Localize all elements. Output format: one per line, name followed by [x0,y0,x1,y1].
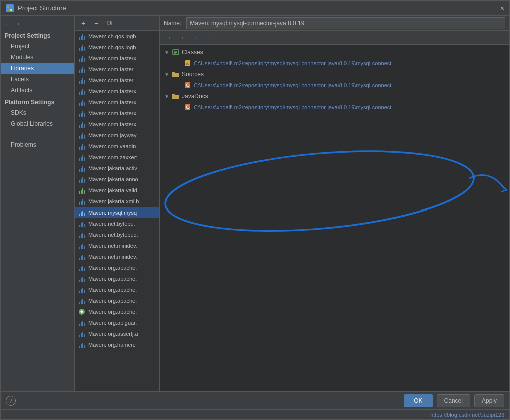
maven-icon [78,153,86,161]
maven-icon [78,231,86,239]
sidebar-item-artifacts[interactable]: Artifacts [1,85,74,96]
javadocs-tree-node[interactable]: ▼ JavaDocs [160,91,509,102]
list-item[interactable]: Maven: com.faster. [75,64,159,75]
list-item[interactable]: Maven: org.assertj.a [75,328,159,339]
list-item[interactable]: Maven: net.bytebu. [75,218,159,229]
detail-panel-wrapper: Name: Maven: mysql:mysql-connector-java:… [160,16,509,391]
sidebar-item-problems[interactable]: Problems [1,139,74,150]
sources-tree-node[interactable]: ▼ Sources [160,69,509,80]
library-name: Maven: net.bytebud. [88,232,138,238]
sidebar-item-global-libraries[interactable]: Global Libraries [1,118,74,129]
add-javadoc-button[interactable]: + [190,32,201,43]
javadocs-path-item[interactable]: ▼ C:\Users\xhdell\.m2\repository\mysql\m… [160,102,509,113]
list-item-selected[interactable]: Maven: mysql:mysq [75,207,159,218]
add-library-button[interactable]: + [78,18,89,29]
list-item[interactable]: Maven: org.apache. [75,273,159,284]
library-name: Maven: com.fasterx [88,121,136,127]
expand-javadocs-toggle[interactable]: ▼ [164,94,170,99]
classes-path-item[interactable]: ▼ JAR C:\Users\xhdell\.m2\repository\mys… [160,58,509,69]
library-name: Maven: jakarta.valid [88,187,137,193]
list-item[interactable]: Maven: net.bytebud. [75,229,159,240]
library-name: Maven: com.fasterx [88,99,136,105]
sidebar-item-facets[interactable]: Facets [1,74,74,85]
list-item[interactable]: Maven: org.apache. [75,295,159,306]
library-name: Maven: com.faster. [88,77,135,83]
maven-icon [78,32,86,40]
library-name: Maven: org.apiguar. [88,320,137,326]
forward-button[interactable]: → [14,20,21,28]
close-button[interactable]: × [500,4,504,12]
list-item[interactable]: Maven: jakarta.valid [75,185,159,196]
help-button[interactable]: ? [6,396,16,406]
back-button[interactable]: ← [5,20,12,28]
sidebar-item-label: SDKs [11,109,26,116]
remove-library-button[interactable]: − [91,18,102,29]
list-item[interactable]: Maven: org.apache. [75,262,159,273]
maven-icon [78,142,86,150]
list-item[interactable]: Maven: com.vaadin. [75,141,159,152]
library-name: Maven: jakarta.activ [88,165,137,171]
spacer: ▼ [164,61,170,66]
library-name: Maven: com.fasterx [88,110,136,116]
maven-icon [78,76,86,84]
add-source-button[interactable]: + [177,32,188,43]
apply-button[interactable]: Apply [474,394,504,407]
library-name: Maven: net.bytebu. [88,221,135,227]
list-item[interactable]: Maven: net.minidev. [75,240,159,251]
list-item[interactable]: Maven: jakarta.xml.b [75,196,159,207]
list-item[interactable]: Maven: com.fasterx [75,119,159,130]
name-label: Name: [164,20,181,27]
copy-library-button[interactable]: ⧉ [104,18,115,29]
bottom-right: OK Cancel Apply [404,394,504,407]
sidebar-item-label: Project [11,43,29,50]
sidebar-item-libraries[interactable]: Libraries [1,63,74,74]
classes-tree-node[interactable]: ▼ Classes [160,47,509,58]
maven-icon [78,109,86,117]
sources-path-item[interactable]: ▼ C:\Users\xhdell\.m2\repository\mysql\m… [160,80,509,91]
list-item[interactable]: Maven: com.jayway. [75,130,159,141]
cancel-button[interactable]: Cancel [437,394,470,407]
maven-icon [78,131,86,139]
bottom-bar: ? OK Cancel Apply [1,391,509,409]
sidebar-item-modules[interactable]: Modules [1,52,74,63]
list-item[interactable]: Maven: com.fasterx [75,86,159,97]
list-item[interactable]: Maven: com.fasterx [75,97,159,108]
expand-sources-toggle[interactable]: ▼ [164,72,170,77]
library-name: Maven: org.assertj.a [88,331,138,337]
svg-text:JAR: JAR [186,62,191,65]
list-item[interactable]: Maven: com.fasterx [75,108,159,119]
library-name: Maven: org.apache. [88,298,137,304]
expand-classes-toggle[interactable]: ▼ [164,50,170,55]
maven-icon [78,297,86,305]
maven-icon [78,197,86,205]
remove-entry-button[interactable]: − [203,32,214,43]
add-class-button[interactable]: + [164,32,175,43]
list-item[interactable]: Maven: ch.qos.logb [75,42,159,53]
maven-icon [78,264,86,272]
list-item[interactable]: Maven: jakarta.activ [75,163,159,174]
maven-icon [78,220,86,228]
list-item[interactable]: Maven: org.hamcre [75,339,159,350]
sidebar-item-sdks[interactable]: SDKs [1,107,74,118]
svg-rect-2 [7,9,9,11]
javadocs-label: JavaDocs [182,93,208,100]
list-item[interactable]: Maven: com.zaxxer: [75,152,159,163]
list-item[interactable]: Maven: jakarta.anno [75,174,159,185]
list-item[interactable]: Maven: org.apache. [75,306,159,317]
sidebar-item-label: Libraries [11,65,34,72]
sidebar-item-project[interactable]: Project [1,41,74,52]
sources-jar-icon [184,81,192,89]
maven-icon [78,87,86,95]
list-item[interactable]: Maven: com.faster. [75,75,159,86]
list-item[interactable]: Maven: ch.qos.logb [75,31,159,42]
library-name: Maven: ch.qos.logb [88,33,136,39]
maven-icon [78,253,86,261]
list-item[interactable]: Maven: net.minidev. [75,251,159,262]
list-item[interactable]: Maven: org.apiguar. [75,317,159,328]
maven-icon [78,65,86,73]
list-item[interactable]: Maven: org.apache. [75,284,159,295]
list-item[interactable]: Maven: com.fasterx [75,53,159,64]
ok-button[interactable]: OK [404,394,432,407]
project-structure-window: Project Structure × ← → Project Settings… [0,0,510,420]
javadocs-path: C:\Users\xhdell\.m2\repository\mysql\mys… [194,104,391,110]
